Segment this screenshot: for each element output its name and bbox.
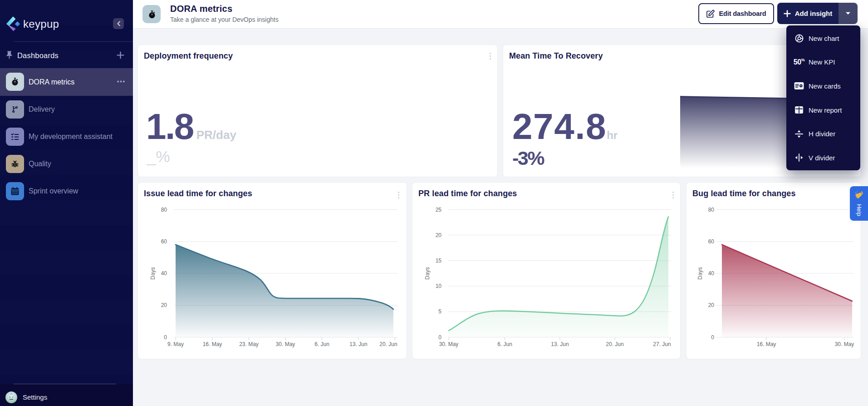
svg-text:16. May: 16. May — [757, 341, 776, 347]
svg-text:0: 0 — [711, 334, 714, 341]
svg-text:0: 0 — [438, 334, 441, 341]
svg-text:30. May: 30. May — [276, 341, 295, 347]
svg-text:20: 20 — [708, 302, 715, 308]
svg-text:5: 5 — [438, 308, 441, 315]
svg-text:30. May: 30. May — [835, 341, 854, 347]
svg-text:20. Jun: 20. Jun — [606, 341, 623, 347]
svg-text:30. May: 30. May — [439, 341, 459, 347]
svg-text:23. May: 23. May — [239, 341, 259, 347]
svg-text:9. May: 9. May — [167, 341, 184, 347]
svg-text:40: 40 — [161, 270, 167, 277]
svg-text:6. Jun: 6. Jun — [314, 341, 329, 347]
svg-text:Days: Days — [424, 267, 431, 279]
svg-text:13. Jun: 13. Jun — [551, 341, 569, 347]
svg-text:15: 15 — [436, 257, 442, 264]
svg-text:20: 20 — [436, 232, 442, 238]
svg-text:0: 0 — [164, 334, 167, 341]
svg-text:6. Jun: 6. Jun — [497, 341, 512, 347]
svg-text:80: 80 — [708, 207, 715, 213]
svg-text:40: 40 — [708, 270, 715, 277]
svg-text:Days: Days — [150, 267, 156, 279]
svg-text:10: 10 — [436, 283, 442, 289]
svg-text:80: 80 — [161, 207, 167, 213]
svg-text:60: 60 — [161, 238, 167, 245]
svg-text:20. Jun: 20. Jun — [379, 341, 397, 347]
svg-text:Days: Days — [697, 267, 703, 279]
svg-text:60: 60 — [708, 238, 715, 245]
svg-text:13. Jun: 13. Jun — [349, 341, 367, 347]
svg-text:27. Jun: 27. Jun — [653, 341, 671, 347]
svg-text:25: 25 — [436, 207, 442, 213]
svg-text:16. May: 16. May — [203, 341, 222, 347]
svg-text:20: 20 — [161, 302, 167, 308]
